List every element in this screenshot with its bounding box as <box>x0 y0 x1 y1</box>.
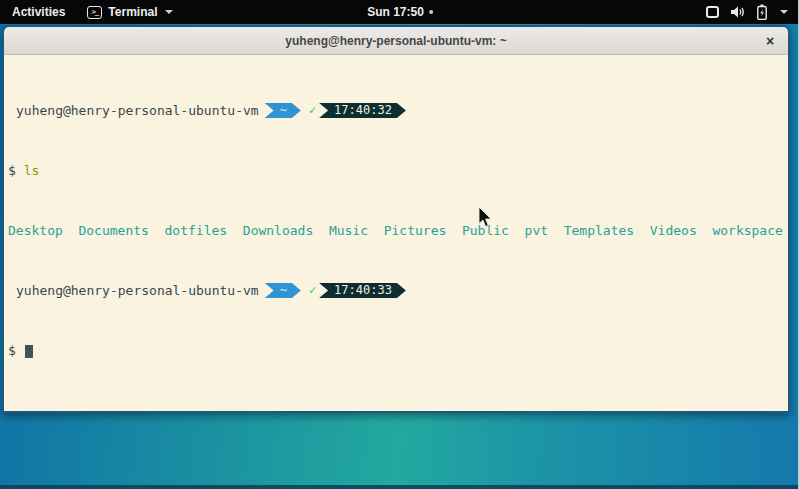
notification-dot <box>429 10 433 14</box>
prompt-username: yuheng@henry-personal-ubuntu-vm <box>16 283 259 298</box>
prompt-line-2: yuheng@henry-personal-ubuntu-vm ~ ✓ 17:4… <box>8 283 784 298</box>
prompt-time-segment: 17:40:32 <box>319 103 406 118</box>
prompt-path-segment: ~ <box>265 103 301 118</box>
clock-button[interactable]: Sun 17:50 <box>367 0 433 24</box>
prompt-username: yuheng@henry-personal-ubuntu-vm <box>16 103 259 118</box>
command-text: ls <box>24 163 40 178</box>
prompt-success-check: ✓ <box>309 283 316 298</box>
window-title: yuheng@henry-personal-ubuntu-vm: ~ <box>285 34 506 48</box>
prompt-line-1: yuheng@henry-personal-ubuntu-vm ~ ✓ 17:4… <box>8 103 784 118</box>
text-cursor <box>25 345 33 358</box>
activities-button[interactable]: Activities <box>0 0 77 24</box>
app-menu-terminal[interactable]: >_ Terminal <box>77 0 183 24</box>
ls-output: Desktop Documents dotfiles Downloads Mus… <box>8 223 784 238</box>
desktop-background[interactable]: Activities >_ Terminal Sun 17:50 <box>0 0 800 489</box>
prompt-success-check: ✓ <box>309 103 316 118</box>
prompt-path-segment: ~ <box>265 283 301 298</box>
prompt-symbol: $ <box>8 343 16 358</box>
mouse-cursor <box>478 207 492 228</box>
top-bar: Activities >_ Terminal Sun 17:50 <box>0 0 800 24</box>
clock-label: Sun 17:50 <box>367 5 424 19</box>
activities-label: Activities <box>12 5 65 19</box>
command-line: $ ls <box>8 163 784 178</box>
input-line: $ <box>8 343 784 358</box>
prompt-time-segment: 17:40:33 <box>319 283 406 298</box>
close-button[interactable]: × <box>761 32 779 50</box>
window-titlebar[interactable]: yuheng@henry-personal-ubuntu-vm: ~ × <box>4 27 788 55</box>
chevron-down-icon <box>780 10 788 14</box>
app-menu-label: Terminal <box>108 5 157 19</box>
screen-icon <box>706 6 719 18</box>
chevron-down-icon <box>165 10 173 14</box>
terminal-content[interactable]: yuheng@henry-personal-ubuntu-vm ~ ✓ 17:4… <box>4 55 788 411</box>
battery-charging-icon <box>757 4 767 20</box>
volume-icon <box>730 5 746 19</box>
terminal-app-icon: >_ <box>87 6 102 19</box>
system-status-menu[interactable] <box>694 0 800 24</box>
prompt-symbol: $ <box>8 163 16 178</box>
terminal-window: yuheng@henry-personal-ubuntu-vm: ~ × yuh… <box>2 25 790 413</box>
